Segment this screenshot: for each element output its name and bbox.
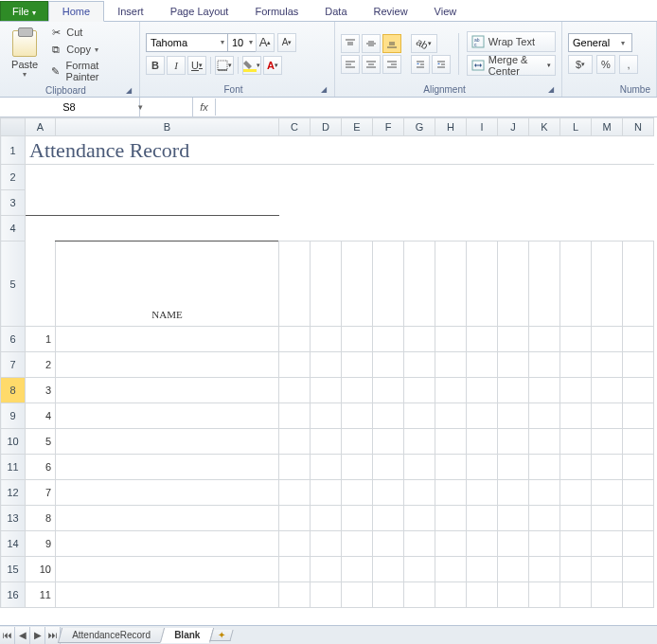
cell-D16[interactable] <box>311 582 342 608</box>
cell-B7[interactable] <box>56 352 279 378</box>
cell-M16[interactable] <box>592 582 623 608</box>
row-header-9[interactable]: 9 <box>1 403 26 429</box>
tab-nav-next[interactable]: ▶ <box>30 627 45 644</box>
sheet-tab-blank[interactable]: Blank <box>160 628 215 643</box>
tab-nav-prev[interactable]: ◀ <box>15 627 30 644</box>
cell-M5[interactable] <box>592 242 623 327</box>
cell-L16[interactable] <box>560 582 592 608</box>
format-painter-button[interactable]: ✎ Format Painter <box>47 59 133 83</box>
tab-data[interactable]: Data <box>311 2 360 21</box>
alignment-launcher[interactable]: ◢ <box>548 85 556 94</box>
cell-K12[interactable] <box>529 480 560 506</box>
cell-J5[interactable] <box>498 242 529 327</box>
cell-K3[interactable] <box>529 190 560 216</box>
cell-L12[interactable] <box>560 480 592 506</box>
cell-K6[interactable] <box>529 327 560 352</box>
row-header-14[interactable]: 14 <box>1 531 26 557</box>
col-header-H[interactable]: H <box>435 118 467 136</box>
cell-A6[interactable]: 1 <box>26 327 56 352</box>
cell-G3[interactable] <box>404 190 435 216</box>
align-right-button[interactable] <box>382 55 401 74</box>
cell-H13[interactable] <box>435 506 467 531</box>
cell-D14[interactable] <box>311 531 342 557</box>
cell-H9[interactable] <box>435 403 467 429</box>
cell-J15[interactable] <box>498 557 529 582</box>
cell-L13[interactable] <box>560 506 592 531</box>
cell-F13[interactable] <box>373 506 404 531</box>
cut-button[interactable]: ✂ Cut <box>47 25 133 40</box>
font-launcher[interactable]: ◢ <box>321 85 328 94</box>
col-header-L[interactable]: L <box>560 118 592 136</box>
copy-button[interactable]: ⧉ Copy ▾ <box>47 42 133 57</box>
cell-C5[interactable] <box>279 242 311 327</box>
cell-H3[interactable] <box>435 190 467 216</box>
cell-A14[interactable]: 9 <box>26 531 56 557</box>
select-all-corner[interactable] <box>1 118 26 136</box>
row-header-5[interactable]: 5 <box>1 242 26 327</box>
tab-page-layout[interactable]: Page Layout <box>157 2 242 21</box>
bold-button[interactable]: B <box>146 56 165 75</box>
cell-A4[interactable] <box>26 216 56 242</box>
cell-A8[interactable]: 3 <box>26 378 56 403</box>
tab-nav-first[interactable]: ⏮ <box>0 627 15 644</box>
cell-J4[interactable] <box>498 216 529 242</box>
cell-N13[interactable] <box>623 506 654 531</box>
cell-C12[interactable] <box>279 480 311 506</box>
cell-E2[interactable] <box>342 165 373 190</box>
cell-J12[interactable] <box>498 480 529 506</box>
align-center-button[interactable] <box>362 55 381 74</box>
cell-D8[interactable] <box>311 378 342 403</box>
cell-M15[interactable] <box>592 557 623 582</box>
cell-A11[interactable]: 6 <box>26 455 56 480</box>
col-header-G[interactable]: G <box>404 118 435 136</box>
cell-H8[interactable] <box>435 378 467 403</box>
cell-M14[interactable] <box>592 531 623 557</box>
cell-G5[interactable] <box>404 242 435 327</box>
cell-F9[interactable] <box>373 403 404 429</box>
name-box[interactable] <box>0 101 138 113</box>
cell-A10[interactable]: 5 <box>26 429 56 455</box>
cell-C13[interactable] <box>279 506 311 531</box>
cell-C15[interactable] <box>279 557 311 582</box>
cell-B9[interactable] <box>56 403 279 429</box>
row-header-3[interactable]: 3 <box>1 190 26 216</box>
cell-C14[interactable] <box>279 531 311 557</box>
cell-N2[interactable] <box>623 165 654 190</box>
cell-C7[interactable] <box>279 352 311 378</box>
cell-E8[interactable] <box>342 378 373 403</box>
cell-E16[interactable] <box>342 582 373 608</box>
cell-H15[interactable] <box>435 557 467 582</box>
cell-K9[interactable] <box>529 403 560 429</box>
tab-insert[interactable]: Insert <box>104 2 157 21</box>
font-color-button[interactable]: A▾ <box>263 56 282 75</box>
cell-B13[interactable] <box>56 506 279 531</box>
cell-C11[interactable] <box>279 455 311 480</box>
col-header-J[interactable]: J <box>498 118 529 136</box>
cell-A5[interactable] <box>26 242 56 327</box>
cell-N9[interactable] <box>623 403 654 429</box>
borders-button[interactable]: ▾ <box>215 56 234 75</box>
cell-H14[interactable] <box>435 531 467 557</box>
cell-M3[interactable] <box>592 190 623 216</box>
cell-E4[interactable] <box>342 216 373 242</box>
cell-D7[interactable] <box>311 352 342 378</box>
italic-button[interactable]: I <box>167 56 186 75</box>
col-header-D[interactable]: D <box>311 118 342 136</box>
cell-K4[interactable] <box>529 216 560 242</box>
cell-M4[interactable] <box>592 216 623 242</box>
cell-I14[interactable] <box>467 531 498 557</box>
cell-A9[interactable]: 4 <box>26 403 56 429</box>
cell-A13[interactable]: 8 <box>26 506 56 531</box>
tab-view[interactable]: View <box>421 2 471 21</box>
cell-D5[interactable] <box>311 242 342 327</box>
cell-G13[interactable] <box>404 506 435 531</box>
cell-I12[interactable] <box>467 480 498 506</box>
cell-C10[interactable] <box>279 429 311 455</box>
cell-H12[interactable] <box>435 480 467 506</box>
cell-B16[interactable] <box>56 582 279 608</box>
cell-I2[interactable] <box>467 165 498 190</box>
row-header-7[interactable]: 7 <box>1 352 26 378</box>
cell-D12[interactable] <box>311 480 342 506</box>
cell-N6[interactable] <box>623 327 654 352</box>
cell-K13[interactable] <box>529 506 560 531</box>
